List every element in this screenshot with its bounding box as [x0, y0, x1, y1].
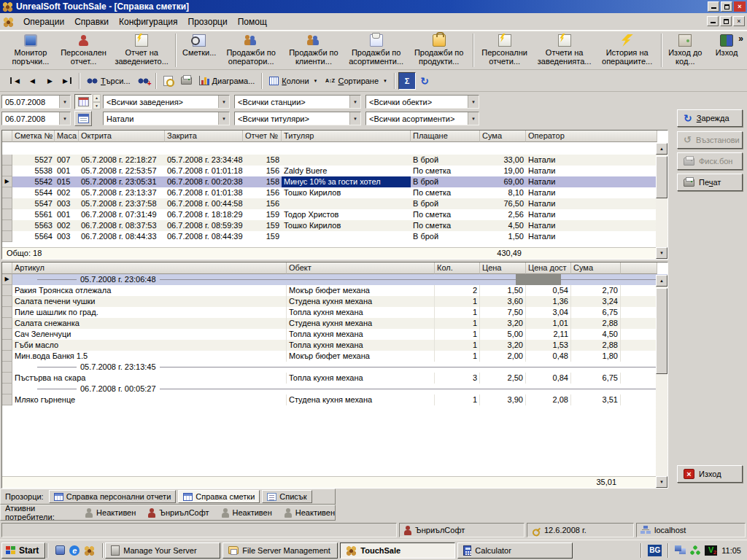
mdi-close-button[interactable]: ×: [733, 16, 745, 26]
restore-bill-button[interactable]: ↺ Възстанови: [677, 131, 743, 149]
date-from-dropdown[interactable]: ▼: [59, 96, 70, 108]
table-row[interactable]: 556400306.7.2008 г. 08:44:3306.7.2008 г.…: [2, 231, 667, 242]
column-header-титуляр[interactable]: Титуляр: [282, 131, 411, 142]
refresh-button[interactable]: ↻: [416, 72, 433, 90]
column-header-октрита[interactable]: Октрита: [79, 131, 165, 142]
close-button[interactable]: ×: [734, 1, 746, 12]
station-filter-combo[interactable]: <Всички станции> ▼: [234, 95, 361, 109]
table-row[interactable]: Пиле шашлик по град.Топла кухня механа17…: [2, 307, 667, 318]
toolbar-overflow-chevron[interactable]: »: [738, 34, 743, 44]
minimize-button[interactable]: [708, 1, 719, 12]
venue-filter-combo[interactable]: <Всички заведения> ▼: [103, 95, 230, 109]
mdi-restore-button[interactable]: [720, 16, 732, 26]
toolbar-сметки[interactable]: Сметки...: [179, 33, 220, 58]
column-header-сума[interactable]: Сума: [571, 262, 621, 274]
column-header-оператор[interactable]: Оператор: [526, 131, 657, 142]
station-filter-dropdown[interactable]: ▼: [349, 96, 360, 108]
table-row[interactable]: Мляко гърненцеСтудена кухня механа13,902…: [2, 394, 667, 405]
toolbar-персонален-отчет[interactable]: Персонален отчет...: [57, 33, 110, 67]
scroll-thumb[interactable]: [656, 156, 667, 198]
date-to-combo[interactable]: 06.07.2008 ▼: [1, 112, 71, 125]
table-row[interactable]: Гъби маслоТопла кухня механа13,201,532,8…: [2, 340, 667, 351]
column-header-обект[interactable]: Обект: [287, 262, 435, 274]
table-row[interactable]: 553800105.7.2008 г. 22:53:5706.7.2008 г.…: [2, 166, 667, 176]
table-row[interactable]: 554400205.7.2008 г. 23:13:3706.7.2008 г.…: [2, 187, 667, 198]
column-header-цена-дост[interactable]: Цена дост: [526, 262, 571, 274]
table-row[interactable]: ▶554201505.7.2008 г. 23:05:3106.7.2008 г…: [2, 176, 667, 187]
column-header-кол[interactable]: Кол.: [435, 262, 480, 274]
start-button[interactable]: Start: [1, 542, 45, 559]
group-row[interactable]: 06.7.2008 г. 00:05:27: [2, 384, 667, 394]
mdi-minimize-button[interactable]: [707, 16, 719, 26]
network-tray-icon[interactable]: [675, 545, 686, 555]
items-grid-scrollbar[interactable]: ▲ ▼: [656, 275, 667, 488]
print-preview-button[interactable]: [160, 72, 177, 90]
task-touchsale[interactable]: TouchSale: [340, 542, 455, 559]
table-row[interactable]: Пъстърва на скараТопла кухня механа32,50…: [2, 373, 667, 384]
table-row[interactable]: 556300206.7.2008 г. 08:37:5306.7.2008 г.…: [2, 220, 667, 231]
table-row[interactable]: Сач ЗеленчуциТопла кухня механа15,002,11…: [2, 329, 667, 340]
column-header-сметка[interactable]: Сметка №: [12, 131, 55, 142]
restore-button[interactable]: [721, 1, 732, 12]
diagram-button[interactable]: Диаграма...: [196, 72, 259, 90]
scroll-down-icon[interactable]: ▼: [656, 247, 667, 259]
column-header-маса[interactable]: Маса: [55, 131, 79, 142]
columns-button[interactable]: Колони ▼: [266, 72, 321, 90]
table-row[interactable]: 554700305.7.2008 г. 23:37:5806.7.2008 г.…: [2, 198, 667, 209]
operator-filter-combo[interactable]: Натали ▼: [103, 112, 230, 125]
toolbar-история-на-операциите[interactable]: История на операциите...: [596, 33, 659, 67]
table-row[interactable]: 556100106.7.2008 г. 07:31:4906.7.2008 г.…: [2, 209, 667, 220]
menu-справки[interactable]: Справки: [69, 15, 114, 29]
table-row[interactable]: Салата печени чушкиСтудена кухня механа1…: [2, 296, 667, 307]
date-from-combo[interactable]: 05.07.2008 ▼: [1, 95, 71, 109]
toolbar-продажби-по-клиенти[interactable]: Продажби по клиенти...: [282, 33, 345, 67]
touchsale-quick-icon[interactable]: [84, 545, 95, 556]
language-indicator[interactable]: BG: [648, 545, 662, 556]
nav-first-button[interactable]: ◀: [6, 72, 23, 90]
toolbar-отчети-на-заведенията[interactable]: Отчети на заведенията...: [533, 33, 596, 67]
toolbar-продажби-по-продукти[interactable]: Продажби по продукти...: [408, 33, 471, 67]
menu-операции[interactable]: Операции: [18, 15, 69, 29]
column-header-закрита[interactable]: Закрита: [165, 131, 243, 142]
search-button[interactable]: Търси...: [83, 72, 134, 90]
load-button[interactable]: ↻ Зарежда: [677, 109, 743, 127]
menu-прозорци[interactable]: Прозорци: [183, 15, 233, 29]
internet-explorer-icon[interactable]: e: [69, 545, 80, 556]
titular-filter-combo[interactable]: <Всички титуляри> ▼: [234, 112, 361, 125]
scroll-thumb[interactable]: [656, 288, 667, 374]
column-header-сума[interactable]: Сума: [480, 131, 526, 142]
tab-справка-персонални-отчети[interactable]: Справка персонални отчети: [49, 490, 177, 503]
venue-filter-dropdown[interactable]: ▼: [218, 96, 229, 108]
group-row[interactable]: ▶05.7.2008 г. 23:06:48: [2, 274, 667, 285]
scroll-up-icon[interactable]: ▲: [656, 143, 667, 155]
titular-filter-dropdown[interactable]: ▼: [349, 112, 360, 125]
toolbar-персонални-отчети[interactable]: Персонални отчети...: [476, 33, 533, 67]
objects-filter-combo[interactable]: <Всички обекти> ▼: [365, 95, 479, 109]
toolbar-монитор-поръчки[interactable]: Монитор поръчки...: [4, 33, 57, 67]
date-to-dropdown[interactable]: ▼: [59, 112, 70, 125]
scroll-down-icon[interactable]: ▼: [656, 476, 667, 488]
toolbar-отчет-на-заведението[interactable]: Отчет на заведението...: [110, 33, 173, 67]
scroll-up-icon[interactable]: ▲: [656, 275, 667, 287]
search-next-button[interactable]: +: [134, 72, 152, 90]
antivirus-tray-icon[interactable]: V: [705, 545, 717, 556]
table-row[interactable]: Ракия Троянска отлежалаМокър бюфет механ…: [2, 285, 667, 296]
task-manage-your-server[interactable]: Manage Your Server: [105, 542, 220, 559]
date-spinner[interactable]: ▲▼: [93, 94, 101, 109]
fiscal-receipt-button[interactable]: Фиск.бон: [677, 152, 743, 170]
print-button[interactable]: [177, 72, 196, 90]
sort-button[interactable]: A↕Z Сортиране ▼: [322, 72, 392, 90]
column-header-отчет[interactable]: Отчет №: [243, 131, 282, 142]
menu-помощ[interactable]: Помощ: [233, 15, 272, 29]
molecule-tray-icon[interactable]: [690, 545, 700, 555]
nav-next-button[interactable]: ▶: [41, 72, 58, 90]
tab-справка-сметки[interactable]: Справка сметки: [178, 490, 260, 503]
totals-toggle-button[interactable]: Σ: [398, 72, 416, 90]
toolbar-изход-до-код[interactable]: Изход до код...: [665, 33, 706, 67]
exit-button[interactable]: × Изход: [677, 465, 743, 483]
toolbar-продажби-по-оператори[interactable]: Продажби по оператори...: [220, 33, 282, 67]
menu-конфигурация[interactable]: Конфигурация: [114, 15, 183, 29]
group-row[interactable]: 05.7.2008 г. 23:13:45: [2, 362, 667, 373]
bills-grid-scrollbar[interactable]: ▲ ▼: [656, 143, 667, 259]
print-bill-button[interactable]: Печат: [677, 174, 743, 191]
